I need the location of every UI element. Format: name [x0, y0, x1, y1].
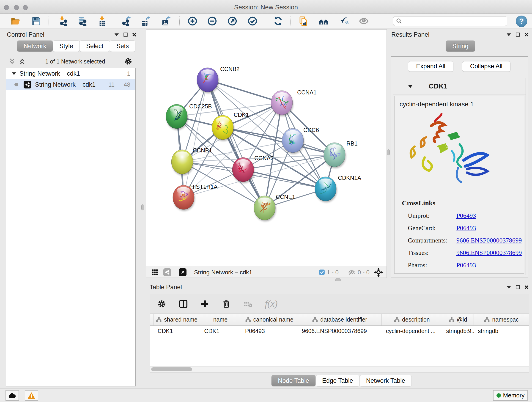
- column-header-description[interactable]: description: [382, 314, 442, 325]
- export-network-button[interactable]: [120, 15, 133, 27]
- panel-menu-icon[interactable]: [114, 33, 119, 36]
- tab-edge-table[interactable]: Edge Table: [316, 375, 360, 386]
- panel-float-icon[interactable]: [515, 285, 520, 289]
- panel-float-icon[interactable]: [515, 32, 520, 37]
- table-cell[interactable]: 9606.ENSP00000378699: [298, 326, 382, 336]
- open-in-window-icon[interactable]: [179, 268, 186, 276]
- import-network-button[interactable]: [57, 15, 69, 27]
- zoom-fit-button[interactable]: [226, 15, 238, 27]
- copy-documents-button[interactable]: [298, 15, 310, 27]
- crosslink-link[interactable]: 9606.ENSP00000378699: [456, 237, 522, 244]
- expand-all-tree-icon[interactable]: [18, 57, 26, 65]
- delete-column-trash-icon[interactable]: [221, 298, 232, 309]
- export-table-button[interactable]: [140, 15, 152, 27]
- collection-expander-icon[interactable]: [12, 72, 16, 75]
- panel-close-icon[interactable]: [132, 32, 137, 37]
- zoom-in-button[interactable]: [186, 15, 198, 27]
- table-cell[interactable]: stringdb: [474, 326, 529, 336]
- zoom-selected-button[interactable]: [247, 15, 259, 27]
- collapse-all-tree-icon[interactable]: [8, 57, 16, 65]
- node-CCNA2[interactable]: CCNA2: [232, 155, 274, 183]
- table-cell[interactable]: P06493: [241, 326, 298, 336]
- column-header-shared-name[interactable]: shared name: [153, 314, 200, 325]
- table-cell[interactable]: CDK1: [153, 326, 200, 336]
- function-builder-icon[interactable]: f(x): [264, 298, 284, 309]
- scrollbar-thumb[interactable]: [151, 367, 192, 371]
- tab-select[interactable]: Select: [80, 40, 110, 52]
- table-horizontal-scrollbar[interactable]: [150, 366, 529, 372]
- search-input[interactable]: [403, 18, 501, 25]
- birds-eye-view-icon[interactable]: [152, 269, 158, 276]
- refresh-button[interactable]: [272, 15, 284, 27]
- tab-style[interactable]: Style: [53, 40, 80, 52]
- tab-string[interactable]: String: [446, 40, 475, 52]
- network-collection-row[interactable]: String Network – cdk1 1: [6, 68, 135, 79]
- column-header-canonical-name[interactable]: canonical name: [241, 314, 298, 325]
- node-RB1[interactable]: RB1: [324, 140, 358, 168]
- show-columns-icon[interactable]: [178, 298, 189, 309]
- edge-CCNB2-CCNA1[interactable]: [208, 80, 282, 103]
- import-database-button[interactable]: [76, 15, 88, 27]
- add-column-icon[interactable]: [199, 298, 210, 309]
- panel-close-icon[interactable]: [524, 285, 529, 289]
- network-canvas[interactable]: CCNB2CCNA1CDC25BCDK1CDC6RB1CCNB1CCNA2CDK…: [146, 29, 387, 267]
- edge-CCNA2-CDKN1A[interactable]: [243, 170, 326, 189]
- crosslink-label: Compartments:: [408, 237, 456, 244]
- tab-node-table[interactable]: Node Table: [271, 375, 316, 386]
- table-settings-gear-icon[interactable]: [156, 298, 167, 309]
- export-image-button[interactable]: [160, 15, 172, 27]
- collapse-all-button[interactable]: Collapse All: [462, 61, 510, 72]
- expand-all-button[interactable]: Expand All: [408, 61, 453, 72]
- warnings-button[interactable]: [25, 390, 38, 401]
- table-cell[interactable]: CDK1: [200, 326, 241, 336]
- table-cell[interactable]: cyclin-dependent ...: [382, 326, 442, 336]
- tab-sets[interactable]: Sets: [110, 40, 135, 52]
- column-header--id[interactable]: @id: [442, 314, 474, 325]
- hidden-eye-icon[interactable]: [348, 269, 356, 276]
- node-CCNB1[interactable]: CCNB1: [171, 147, 212, 175]
- crosslink-link[interactable]: P06493: [456, 212, 476, 219]
- panel-menu-icon[interactable]: [506, 285, 511, 289]
- open-session-button[interactable]: [10, 15, 22, 27]
- tab-network[interactable]: Network: [17, 40, 53, 52]
- crosslink-link[interactable]: P06493: [456, 262, 476, 269]
- node-CDK1[interactable]: CDK1: [212, 112, 249, 141]
- column-header-database-identifier[interactable]: database identifier: [298, 314, 382, 325]
- help-button[interactable]: ?: [516, 16, 527, 27]
- save-session-icon: [31, 16, 41, 26]
- memory-button[interactable]: Memory: [493, 390, 528, 401]
- node-CCNA1[interactable]: CCNA1: [271, 89, 317, 116]
- selected-checkbox-icon[interactable]: [319, 269, 325, 275]
- section-expander-icon[interactable]: [408, 84, 413, 88]
- left-splitter-handle[interactable]: [141, 204, 144, 211]
- show-hide-panel-button[interactable]: [358, 15, 370, 27]
- import-table-button[interactable]: [96, 15, 108, 27]
- network-row[interactable]: String Network – cdk1 11 48: [6, 79, 135, 90]
- toggle-graphics-details-button[interactable]: [338, 15, 350, 27]
- string-view-badge-icon[interactable]: [163, 268, 171, 276]
- network-options-gear-icon[interactable]: [124, 57, 133, 65]
- tab-network-table[interactable]: Network Table: [360, 375, 412, 386]
- column-header-name[interactable]: name: [200, 314, 241, 325]
- crosslink-link[interactable]: P06493: [456, 224, 476, 232]
- table-row[interactable]: CDK1CDK1P064939606.ENSP00000378699cyclin…: [150, 326, 529, 336]
- bottom-splitter-handle[interactable]: [335, 279, 341, 281]
- panel-close-icon[interactable]: [524, 32, 529, 37]
- crosslink-link[interactable]: 9606.ENSP00000378699: [456, 249, 522, 256]
- panel-menu-icon[interactable]: [506, 33, 511, 36]
- panel-float-icon[interactable]: [123, 32, 128, 37]
- node-CDKN1A[interactable]: CDKN1A: [315, 175, 361, 202]
- home-views-button[interactable]: [317, 15, 329, 27]
- node-CCNE1[interactable]: CCNE1: [254, 194, 295, 221]
- save-session-button[interactable]: [30, 15, 42, 27]
- table-cell[interactable]: stringdb:9...: [442, 326, 474, 336]
- column-header-namespac[interactable]: namespac: [474, 314, 529, 325]
- fit-content-crosshair-icon[interactable]: [374, 268, 383, 277]
- gene-section-header[interactable]: CDK1: [393, 78, 526, 95]
- zoom-out-button[interactable]: [206, 15, 218, 27]
- search-box[interactable]: [393, 16, 507, 26]
- node-label-HIST1H1A: HIST1H1A: [190, 184, 218, 190]
- cloud-status-button[interactable]: [6, 390, 19, 401]
- node-HIST1H1A[interactable]: HIST1H1A: [173, 184, 218, 211]
- delete-table-icon[interactable]: [242, 298, 253, 309]
